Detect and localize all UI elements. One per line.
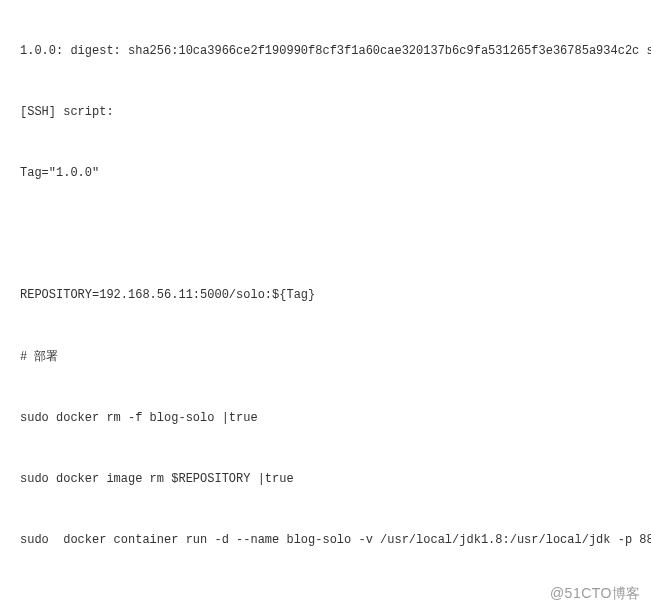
console-line — [20, 224, 651, 244]
console-line: sudo docker rm -f blog-solo |true — [20, 408, 651, 428]
console-line: REPOSITORY=192.168.56.11:5000/solo:${Tag… — [20, 285, 651, 305]
console-line: sudo docker container run -d --name blog… — [20, 530, 651, 550]
console-line: # 部署 — [20, 347, 651, 367]
console-line — [20, 591, 651, 611]
console-line: sudo docker image rm $REPOSITORY |true — [20, 469, 651, 489]
console-line: Tag="1.0.0" — [20, 163, 651, 183]
console-line: 1.0.0: digest: sha256:10ca3966ce2f190990… — [20, 41, 651, 61]
console-line: [SSH] script: — [20, 102, 651, 122]
console-output: 1.0.0: digest: sha256:10ca3966ce2f190990… — [0, 0, 651, 614]
